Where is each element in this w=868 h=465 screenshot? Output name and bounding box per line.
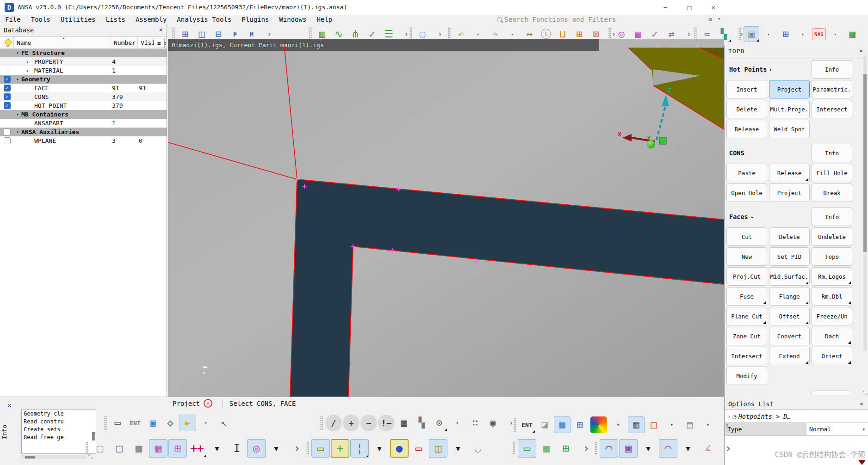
visibility-checkbox[interactable]: ✓ <box>4 102 11 109</box>
morph-chevron-icon[interactable]: ▾ <box>700 416 716 433</box>
tree-row-property[interactable]: ▸PROPERTY4 <box>0 57 167 66</box>
rm-logos-button[interactable]: Rm.Logos <box>812 267 852 286</box>
visibility-checkbox[interactable]: ✓ <box>4 93 11 100</box>
drag-handle[interactable] <box>306 441 309 455</box>
cut-button[interactable]: Cut <box>726 227 767 246</box>
weld-spot-button[interactable]: Weld Spot <box>769 120 810 138</box>
set-pid-button[interactable]: Set PID <box>769 247 810 266</box>
section-faces[interactable]: Faces▸ <box>726 208 810 226</box>
drag-handle[interactable] <box>320 416 323 430</box>
highlight-flashlight-icon[interactable]: ► <box>180 415 196 431</box>
face-chevron-icon[interactable]: ▾ <box>370 439 389 458</box>
proj-cut-button[interactable]: Proj.Cut <box>726 267 767 286</box>
draw-style-icon[interactable]: ▣ <box>744 26 759 42</box>
geom-target-icon[interactable]: ⊞ <box>557 439 575 458</box>
tree-row-ansa-auxiliaries[interactable]: ▾ANSA Auxiliaries <box>0 128 167 136</box>
tree-row-face[interactable]: ✓FACE9191 <box>0 84 167 92</box>
fuse-button[interactable]: Fuse <box>726 287 767 306</box>
pid-face-icon[interactable]: ▩ <box>844 26 860 42</box>
collapse-chevron-icon[interactable]: ▾ <box>14 112 21 117</box>
geom-toggle-icon[interactable]: ▭ <box>518 439 536 458</box>
menu-windows[interactable]: Windows <box>274 16 311 23</box>
erase-cube-icon[interactable]: □ <box>645 416 662 433</box>
paste-button[interactable]: Paste <box>726 164 767 182</box>
expand-chevron-icon[interactable]: ▸ <box>24 68 31 73</box>
release-button[interactable]: Release <box>769 164 810 182</box>
wire-cube-icon[interactable]: □ <box>110 439 129 458</box>
draw-style-chevron-icon[interactable]: ▾ <box>761 26 776 42</box>
topo-button[interactable]: Topo <box>812 247 852 266</box>
tree-row-geometry[interactable]: ✓▾Geometry <box>0 75 167 84</box>
intersect-button[interactable]: Intersect <box>726 347 767 365</box>
orient-button[interactable]: Orient <box>812 347 852 365</box>
tree-row-ansapart[interactable]: ANSAPART1 <box>0 119 167 128</box>
collapse-chevron-icon[interactable]: ▾ <box>14 50 21 55</box>
spot-chevron-icon[interactable]: ▾ <box>267 439 285 458</box>
nas-format-icon[interactable]: NAS <box>812 28 826 40</box>
offset-button[interactable]: Offset <box>769 307 810 325</box>
wplane-icon[interactable]: ∠ <box>699 439 717 458</box>
visibility-checkbox[interactable] <box>4 128 11 135</box>
cons-info-button[interactable]: Info <box>812 144 852 162</box>
tree-row-hot-point[interactable]: ✓HOT POINT379 <box>0 101 167 110</box>
arc-visibility-icon[interactable]: ◠ <box>659 439 677 458</box>
mult-proje--button[interactable]: Mult.Proje. <box>769 100 810 118</box>
release-button[interactable]: Release <box>726 120 767 138</box>
visibility-checkbox[interactable]: ✓ <box>4 85 11 92</box>
minimize-button[interactable]: − <box>655 0 676 14</box>
expand-corner-icon[interactable]: ⌜⌟ <box>863 390 867 396</box>
more-chevron-icon[interactable]: › <box>719 416 735 433</box>
column-name[interactable]: Name ▴ <box>14 37 111 49</box>
project-button[interactable]: Project <box>769 184 810 202</box>
hotpoints-chevron-icon[interactable]: ▾ <box>208 439 226 458</box>
type-dropdown[interactable]: Normal ▾ <box>806 423 868 435</box>
erase-chevron-icon[interactable]: ▾ <box>663 416 680 433</box>
grid-mixed-icon[interactable]: ▚ <box>413 415 430 431</box>
select-entity-icon[interactable]: ENT <box>127 415 143 431</box>
expand-chevron-icon[interactable]: ▸ <box>24 59 31 64</box>
section-cons[interactable]: CONS <box>726 144 810 162</box>
split-chevron-icon[interactable]: ▾ <box>449 439 467 458</box>
hot-points-info-button[interactable]: Info <box>812 60 852 79</box>
drag-handle[interactable] <box>595 441 597 455</box>
intersect-button[interactable]: Intersect <box>812 100 852 118</box>
menu-utilities[interactable]: Utilities <box>56 16 101 23</box>
menu-file[interactable]: File <box>0 16 26 23</box>
mid-surfac--button[interactable]: Mid.Surfac. <box>769 267 810 286</box>
section-surfaces[interactable]: Surfaces▸ <box>726 391 810 395</box>
parametric--button[interactable]: Parametric. <box>812 80 852 98</box>
grid-all-icon[interactable]: ▦ <box>396 415 412 431</box>
tree-row-cons[interactable]: ✓CONS379 <box>0 92 167 101</box>
collapse-chevron-icon[interactable]: ▾ <box>14 77 21 82</box>
book-faces-icon[interactable]: ◡ <box>469 439 487 458</box>
database-close-icon[interactable]: × <box>159 26 163 33</box>
delete-button[interactable]: Delete <box>769 227 810 246</box>
collapse-chevron-icon[interactable]: ▾ <box>14 129 21 135</box>
geometry-grid-icon[interactable]: ⊞ <box>168 439 187 458</box>
contour-chevron-icon[interactable]: ▾ <box>610 416 626 433</box>
options-close-icon[interactable]: × <box>860 400 863 407</box>
geometry-wire-icon[interactable]: ▦ <box>149 439 167 458</box>
half-shade-icon[interactable]: ◪ <box>536 416 553 433</box>
pid-table-icon[interactable]: ⊞ <box>571 416 588 433</box>
insert-button[interactable]: Insert <box>726 80 767 98</box>
resize-corner-icon[interactable] <box>858 460 866 465</box>
drag-handle[interactable] <box>514 418 516 432</box>
visibility-slash-icon[interactable]: ∕ <box>325 415 342 431</box>
maximize-button[interactable]: □ <box>679 0 700 14</box>
fill-hole-button[interactable]: Fill Hole <box>812 164 852 182</box>
menu-help[interactable]: Help <box>311 16 337 23</box>
extend-button[interactable]: Extend <box>769 347 810 365</box>
ent-mode-icon[interactable]: ENT <box>519 416 535 433</box>
menu-plugins[interactable]: Plugins <box>236 16 274 23</box>
undelete-button[interactable]: Undelete <box>812 227 852 246</box>
drag-handle[interactable] <box>738 27 741 41</box>
morph-cube-icon[interactable]: ▤ <box>682 416 698 433</box>
wireframe-table-icon[interactable]: ⊞ <box>778 26 794 42</box>
menu-assembly[interactable]: Assembly <box>130 16 172 23</box>
break-button[interactable]: Break <box>812 184 852 202</box>
shaded-view-icon[interactable]: ■ <box>554 416 570 433</box>
solid-cube-icon[interactable]: ■ <box>130 439 148 458</box>
open-hole-button[interactable]: Open Hole <box>726 184 767 202</box>
options-breadcrumb[interactable]: Hotpoints > D… <box>738 413 791 420</box>
